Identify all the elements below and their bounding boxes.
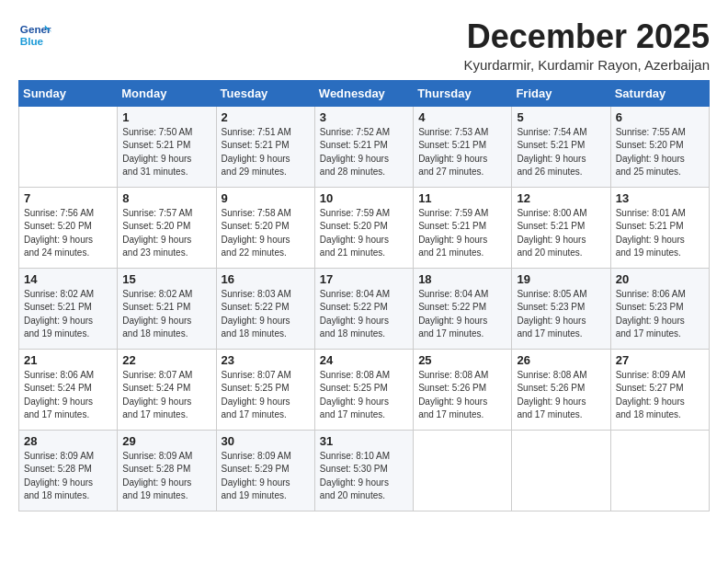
calendar-cell: 25Sunrise: 8:08 AM Sunset: 5:26 PM Dayli… (414, 349, 512, 430)
cell-content: Sunrise: 7:59 AM Sunset: 5:20 PM Dayligh… (320, 207, 408, 260)
day-number: 25 (418, 353, 506, 367)
day-number: 4 (418, 110, 506, 124)
day-number: 17 (320, 272, 408, 286)
calendar-cell: 14Sunrise: 8:02 AM Sunset: 5:21 PM Dayli… (19, 268, 118, 349)
cell-content: Sunrise: 7:59 AM Sunset: 5:21 PM Dayligh… (418, 207, 506, 260)
day-number: 23 (222, 353, 310, 367)
day-number: 21 (24, 353, 112, 367)
cell-content: Sunrise: 8:09 AM Sunset: 5:27 PM Dayligh… (616, 369, 704, 422)
cell-content: Sunrise: 8:07 AM Sunset: 5:24 PM Dayligh… (122, 369, 210, 422)
weekday-header-monday: Monday (118, 80, 216, 106)
week-row-4: 21Sunrise: 8:06 AM Sunset: 5:24 PM Dayli… (19, 349, 710, 430)
calendar-cell: 17Sunrise: 8:04 AM Sunset: 5:22 PM Dayli… (314, 268, 413, 349)
calendar-cell (414, 430, 512, 511)
cell-content: Sunrise: 8:09 AM Sunset: 5:29 PM Dayligh… (222, 450, 310, 503)
day-number: 16 (222, 272, 310, 286)
day-number: 28 (24, 434, 112, 448)
calendar-cell: 22Sunrise: 8:07 AM Sunset: 5:24 PM Dayli… (118, 349, 216, 430)
calendar-cell: 26Sunrise: 8:08 AM Sunset: 5:26 PM Dayli… (512, 349, 610, 430)
calendar-cell: 23Sunrise: 8:07 AM Sunset: 5:25 PM Dayli… (216, 349, 314, 430)
week-row-2: 7Sunrise: 7:56 AM Sunset: 5:20 PM Daylig… (19, 187, 710, 268)
cell-content: Sunrise: 8:05 AM Sunset: 5:23 PM Dayligh… (517, 288, 605, 341)
day-number: 15 (122, 272, 210, 286)
calendar-cell: 21Sunrise: 8:06 AM Sunset: 5:24 PM Dayli… (19, 349, 118, 430)
calendar-cell: 27Sunrise: 8:09 AM Sunset: 5:27 PM Dayli… (610, 349, 709, 430)
cell-content: Sunrise: 8:03 AM Sunset: 5:22 PM Dayligh… (222, 288, 310, 341)
cell-content: Sunrise: 8:06 AM Sunset: 5:23 PM Dayligh… (616, 288, 704, 341)
title-block: December 2025 Kyurdarmir, Kurdamir Rayon… (463, 18, 710, 73)
calendar-cell: 30Sunrise: 8:09 AM Sunset: 5:29 PM Dayli… (216, 430, 314, 511)
calendar-cell: 7Sunrise: 7:56 AM Sunset: 5:20 PM Daylig… (19, 187, 118, 268)
weekday-header-thursday: Thursday (414, 80, 512, 106)
cell-content: Sunrise: 8:08 AM Sunset: 5:26 PM Dayligh… (418, 369, 506, 422)
logo: General Blue (18, 18, 55, 52)
day-number: 3 (320, 110, 408, 124)
calendar-cell: 9Sunrise: 7:58 AM Sunset: 5:20 PM Daylig… (216, 187, 314, 268)
location-subtitle: Kyurdarmir, Kurdamir Rayon, Azerbaijan (463, 57, 710, 73)
cell-content: Sunrise: 7:53 AM Sunset: 5:21 PM Dayligh… (418, 126, 506, 179)
cell-content: Sunrise: 7:52 AM Sunset: 5:21 PM Dayligh… (320, 126, 408, 179)
cell-content: Sunrise: 7:50 AM Sunset: 5:21 PM Dayligh… (122, 126, 210, 179)
cell-content: Sunrise: 7:57 AM Sunset: 5:20 PM Dayligh… (122, 207, 210, 260)
calendar-header: SundayMondayTuesdayWednesdayThursdayFrid… (19, 80, 710, 106)
calendar-cell: 10Sunrise: 7:59 AM Sunset: 5:20 PM Dayli… (314, 187, 413, 268)
day-number: 12 (517, 191, 605, 205)
day-number: 20 (616, 272, 704, 286)
cell-content: Sunrise: 8:04 AM Sunset: 5:22 PM Dayligh… (418, 288, 506, 341)
weekday-header-friday: Friday (512, 80, 610, 106)
week-row-5: 28Sunrise: 8:09 AM Sunset: 5:28 PM Dayli… (19, 430, 710, 511)
week-row-1: 1Sunrise: 7:50 AM Sunset: 5:21 PM Daylig… (19, 106, 710, 187)
cell-content: Sunrise: 8:07 AM Sunset: 5:25 PM Dayligh… (222, 369, 310, 422)
day-number: 19 (517, 272, 605, 286)
calendar-cell: 19Sunrise: 8:05 AM Sunset: 5:23 PM Dayli… (512, 268, 610, 349)
cell-content: Sunrise: 8:08 AM Sunset: 5:25 PM Dayligh… (320, 369, 408, 422)
day-number: 26 (517, 353, 605, 367)
cell-content: Sunrise: 7:58 AM Sunset: 5:20 PM Dayligh… (222, 207, 310, 260)
day-number: 13 (616, 191, 704, 205)
calendar-cell: 29Sunrise: 8:09 AM Sunset: 5:28 PM Dayli… (118, 430, 216, 511)
calendar-cell: 2Sunrise: 7:51 AM Sunset: 5:21 PM Daylig… (216, 106, 314, 187)
day-number: 14 (24, 272, 112, 286)
day-number: 10 (320, 191, 408, 205)
day-number: 5 (517, 110, 605, 124)
calendar-body: 1Sunrise: 7:50 AM Sunset: 5:21 PM Daylig… (19, 106, 710, 511)
calendar-cell: 13Sunrise: 8:01 AM Sunset: 5:21 PM Dayli… (610, 187, 709, 268)
day-number: 2 (222, 110, 310, 124)
calendar-table: SundayMondayTuesdayWednesdayThursdayFrid… (18, 80, 710, 511)
weekday-header-row: SundayMondayTuesdayWednesdayThursdayFrid… (19, 80, 710, 106)
day-number: 27 (616, 353, 704, 367)
calendar-cell (19, 106, 118, 187)
cell-content: Sunrise: 7:55 AM Sunset: 5:20 PM Dayligh… (616, 126, 704, 179)
calendar-cell (512, 430, 610, 511)
cell-content: Sunrise: 8:08 AM Sunset: 5:26 PM Dayligh… (517, 369, 605, 422)
calendar-cell: 31Sunrise: 8:10 AM Sunset: 5:30 PM Dayli… (314, 430, 413, 511)
weekday-header-wednesday: Wednesday (314, 80, 413, 106)
day-number: 11 (418, 191, 506, 205)
calendar-cell: 20Sunrise: 8:06 AM Sunset: 5:23 PM Dayli… (610, 268, 709, 349)
cell-content: Sunrise: 8:02 AM Sunset: 5:21 PM Dayligh… (24, 288, 112, 341)
calendar-cell: 8Sunrise: 7:57 AM Sunset: 5:20 PM Daylig… (118, 187, 216, 268)
cell-content: Sunrise: 7:51 AM Sunset: 5:21 PM Dayligh… (222, 126, 310, 179)
day-number: 30 (222, 434, 310, 448)
calendar-cell: 11Sunrise: 7:59 AM Sunset: 5:21 PM Dayli… (414, 187, 512, 268)
logo-icon: General Blue (18, 18, 51, 52)
cell-content: Sunrise: 8:01 AM Sunset: 5:21 PM Dayligh… (616, 207, 704, 260)
calendar-cell (610, 430, 709, 511)
calendar-cell: 4Sunrise: 7:53 AM Sunset: 5:21 PM Daylig… (414, 106, 512, 187)
weekday-header-tuesday: Tuesday (216, 80, 314, 106)
day-number: 18 (418, 272, 506, 286)
day-number: 24 (320, 353, 408, 367)
calendar-cell: 24Sunrise: 8:08 AM Sunset: 5:25 PM Dayli… (314, 349, 413, 430)
cell-content: Sunrise: 8:06 AM Sunset: 5:24 PM Dayligh… (24, 369, 112, 422)
day-number: 29 (122, 434, 210, 448)
svg-text:Blue: Blue (20, 35, 44, 47)
calendar-cell: 5Sunrise: 7:54 AM Sunset: 5:21 PM Daylig… (512, 106, 610, 187)
cell-content: Sunrise: 8:00 AM Sunset: 5:21 PM Dayligh… (517, 207, 605, 260)
cell-content: Sunrise: 8:10 AM Sunset: 5:30 PM Dayligh… (320, 450, 408, 503)
calendar-cell: 18Sunrise: 8:04 AM Sunset: 5:22 PM Dayli… (414, 268, 512, 349)
day-number: 9 (222, 191, 310, 205)
cell-content: Sunrise: 8:09 AM Sunset: 5:28 PM Dayligh… (24, 450, 112, 503)
day-number: 7 (24, 191, 112, 205)
calendar-cell: 16Sunrise: 8:03 AM Sunset: 5:22 PM Dayli… (216, 268, 314, 349)
day-number: 1 (122, 110, 210, 124)
